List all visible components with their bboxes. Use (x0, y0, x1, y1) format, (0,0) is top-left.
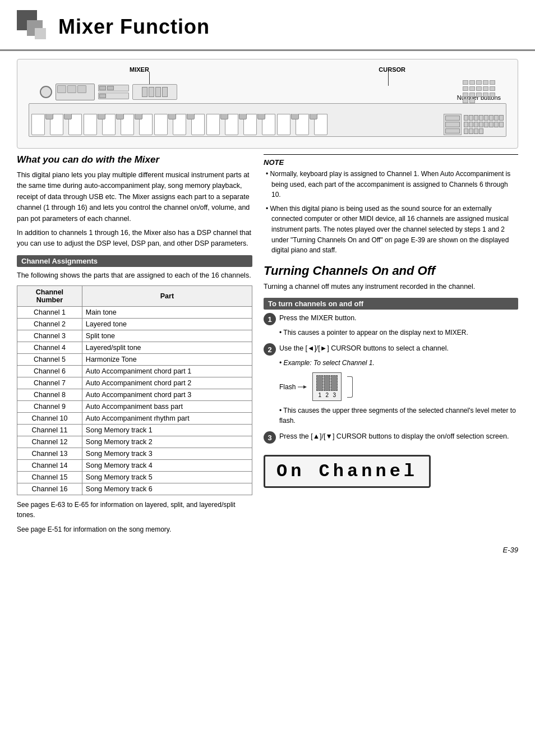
table-row: Channel 6Auto Accompaniment chord part 1 (17, 366, 252, 377)
step-2-example: Example: To select Channel 1. (264, 358, 518, 368)
flash-diagram: Flash 1 2 3 (279, 372, 518, 401)
table-row: Channel 15Song Memory track 5 (17, 472, 252, 483)
icon-square-light (35, 28, 46, 39)
page-header: Mixer Function (0, 0, 535, 51)
page-title: Mixer Function (58, 15, 210, 39)
table-row: Channel 2Layered tone (17, 319, 252, 330)
step-1-text: Press the MIXER button. (279, 313, 518, 324)
step-2-block: 2 Use the [◄]/[►] CURSOR buttons to sele… (264, 343, 518, 426)
on-channel-display: On Channel (264, 455, 431, 488)
table-header-channel: ChannelNumber (17, 286, 82, 307)
keyboard-diagram: MIXER CURSOR Number buttons [+]/[–] (17, 59, 518, 149)
turning-channels-title: Turning Channels On and Off (264, 264, 518, 278)
control-group3 (132, 84, 177, 100)
right-controls (463, 80, 495, 103)
step-2-header: 2 Use the [◄]/[►] CURSOR buttons to sele… (264, 343, 518, 356)
step-2-circle: 2 (264, 343, 276, 356)
table-row: Channel 12Song Memory track 2 (17, 436, 252, 448)
table-row: Channel 10Auto Accompaniment rhythm part (17, 413, 252, 425)
footnote1: See pages E-63 to E-65 for information o… (17, 500, 252, 520)
table-row: Channel 8Auto Accompaniment chord part 3 (17, 389, 252, 401)
step-2-bullet: This causes the upper three segments of … (264, 405, 518, 426)
flash-arrow-icon (298, 384, 307, 390)
right-column: NOTE Normally, keyboard play is assigned… (264, 154, 518, 534)
keyboard-body (29, 103, 506, 137)
table-row: Channel 16Song Memory track 6 (17, 483, 252, 495)
table-row: Channel 9Auto Accompaniment bass part (17, 401, 252, 413)
table-row: Channel 4Layered/split tone (17, 342, 252, 354)
turning-channels-description: Turning a channel off mutes any instrume… (264, 282, 518, 292)
channel-table: ChannelNumber Part Channel 1Main toneCha… (17, 285, 252, 495)
level-meters (464, 115, 504, 134)
knob-icon (40, 86, 52, 98)
step-1-bullet: This causes a pointer to appear on the d… (264, 328, 518, 338)
page-number: E-39 (0, 534, 535, 560)
svg-marker-1 (303, 385, 307, 389)
table-row: Channel 14Song Memory track 4 (17, 460, 252, 472)
cursor-label: CURSOR (379, 66, 405, 73)
table-row: Channel 7Auto Accompaniment chord part 2 (17, 377, 252, 389)
table-row: Channel 13Song Memory track 3 (17, 448, 252, 460)
step-3-circle: 3 (264, 431, 276, 444)
step-2-text: Use the [◄]/[►] CURSOR buttons to select… (279, 343, 518, 354)
note-item: When this digital piano is being used as… (264, 204, 518, 256)
control-group2 (98, 85, 129, 99)
note-box: NOTE Normally, keyboard play is assigned… (264, 154, 518, 256)
chapter-icon (17, 10, 50, 44)
bracket-icon (347, 376, 353, 398)
channel-assignments-subtitle: Channel Assignments (17, 255, 252, 267)
note-label: NOTE (264, 158, 518, 167)
table-header-part: Part (82, 286, 252, 307)
table-row: Channel 3Split tone (17, 330, 252, 342)
control-panel-top (40, 76, 495, 107)
table-row: Channel 1Main tone (17, 307, 252, 319)
step-1-header: 1 Press the MIXER button. (264, 313, 518, 325)
turn-channels-subtitle: To turn channels on and off (264, 298, 518, 310)
left-column: What you can do with the Mixer This digi… (17, 154, 252, 534)
mixer-label: MIXER (130, 66, 149, 73)
step-3-block: 3 Press the [▲]/[▼] CURSOR buttons to di… (264, 431, 518, 444)
step-1-circle: 1 (264, 313, 276, 325)
table-row: Channel 11Song Memory track 1 (17, 425, 252, 436)
flash-label: Flash (279, 383, 296, 391)
note-item: Normally, keyboard play is assigned to C… (264, 169, 518, 200)
channel-assignments-description: The following shows the parts that are a… (17, 270, 252, 281)
step-3-text: Press the [▲]/[▼] CURSOR buttons to disp… (279, 431, 518, 442)
control-group1 (56, 84, 95, 100)
keyboard-right-controls (444, 114, 504, 135)
what-you-can-do-body2: In addition to channels 1 through 16, th… (17, 228, 252, 250)
main-content: What you can do with the Mixer This digi… (0, 154, 535, 534)
level-meter-display: 1 2 3 (312, 372, 342, 401)
step-1-block: 1 Press the MIXER button. This causes a … (264, 313, 518, 338)
footnote2: See page E-51 for information on the son… (17, 524, 252, 534)
what-you-can-do-title: What you can do with the Mixer (17, 154, 252, 165)
step-3-header: 3 Press the [▲]/[▼] CURSOR buttons to di… (264, 431, 518, 444)
table-row: Channel 5Harmonize Tone (17, 354, 252, 366)
what-you-can-do-body1: This digital piano lets you play multipl… (17, 170, 252, 224)
